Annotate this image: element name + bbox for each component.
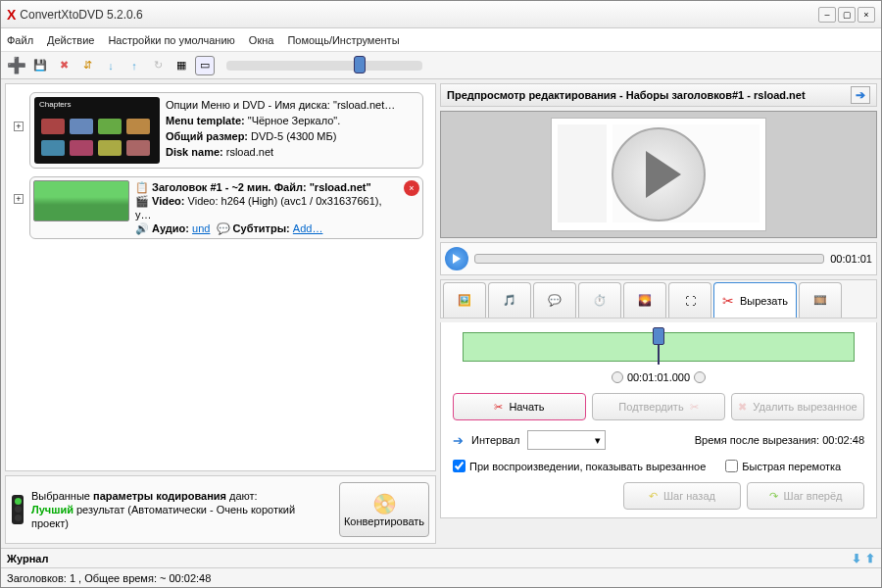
convert-button[interactable]: 📀 Конвертировать [339, 482, 429, 537]
status-text: Заголовков: 1 , Общее время: ~ 00:02:48 [7, 572, 211, 584]
interval-label: Интервал [471, 434, 519, 446]
audio-link[interactable]: und [192, 222, 210, 234]
handle-right[interactable] [694, 371, 706, 383]
cut-timeline[interactable] [463, 332, 855, 362]
title-bar: X ConvertXtoDVD 5.2.0.6 – ▢ × [1, 1, 881, 28]
window-title: ConvertXtoDVD 5.2.0.6 [20, 8, 816, 22]
down-icon[interactable]: ↓ [101, 56, 121, 75]
cut-start-button[interactable]: ✂Начать [453, 393, 586, 420]
app-logo: X [7, 7, 16, 23]
next-title-icon[interactable]: ➔ [851, 86, 870, 104]
timecode: 00:01:01.000 [627, 371, 690, 383]
preview-title: Предпросмотр редактирования - Наборы заг… [447, 89, 806, 101]
preview-area[interactable] [440, 111, 877, 238]
menu-help[interactable]: Помощь/Инструменты [287, 34, 399, 46]
title-item-1[interactable]: 📋 Заголовок #1 - ~2 мин. Файл: "rsload.n… [29, 176, 423, 239]
tab-audio[interactable]: 🎵 [488, 282, 531, 318]
editor-tabs: 🖼️ 🎵 💬 ⏱️ 🌄 ⛶ ✂Вырезать 🎞️ [440, 279, 877, 318]
timecode-row: 00:01:01.000 [453, 371, 864, 383]
dvd-title-line: Опции Меню и DVD - Имя диска: "rsload.ne… [166, 97, 395, 113]
batch-icon[interactable]: ▦ [172, 56, 191, 75]
maximize-button[interactable]: ▢ [838, 7, 856, 23]
cut-panel: 00:01:01.000 ✂Начать Подтвердить✂ ✖Удали… [440, 322, 877, 518]
journal-down-icon[interactable]: ⬇ [852, 552, 861, 565]
interval-dropdown[interactable]: ▾ [527, 430, 606, 450]
merge-icon[interactable]: ⇵ [77, 56, 97, 75]
handle-left[interactable] [612, 371, 623, 383]
tab-crop[interactable]: ⛶ [668, 282, 711, 318]
playback-time: 00:01:01 [830, 253, 872, 265]
title-thumb [33, 180, 129, 221]
journal-bar: Журнал ⬇ ⬆ [1, 548, 881, 567]
time-after-cut: Время после вырезания: 00:02:48 [695, 434, 864, 446]
remove-title-icon[interactable]: × [404, 180, 419, 196]
journal-up-icon[interactable]: ⬆ [865, 552, 875, 565]
tab-chapters[interactable]: ⏱️ [578, 282, 621, 318]
dvd-options-item[interactable]: Chapters Опции Меню и DVD - Имя диска: " [29, 92, 423, 169]
step-back-button[interactable]: ↶Шаг назад [623, 482, 741, 510]
cut-delete-button[interactable]: ✖Удалить вырезанное [731, 393, 864, 420]
expand-title[interactable]: + [14, 194, 24, 204]
menu-windows[interactable]: Окна [249, 34, 274, 46]
subs-link[interactable]: Add… [293, 222, 323, 234]
minimize-button[interactable]: – [818, 7, 836, 23]
expand-dvd[interactable]: + [14, 122, 24, 131]
toolbar: ➕ 💾 ✖ ⇵ ↓ ↑ ↻ ▦ ▭ [1, 52, 881, 79]
tab-image[interactable]: 🖼️ [443, 282, 486, 318]
timeline-marker[interactable] [653, 327, 664, 345]
play-overlay-icon[interactable] [612, 127, 706, 221]
menu-bar: Файл Действие Настройки по умолчанию Окн… [1, 28, 881, 52]
add-icon[interactable]: ➕ [7, 56, 26, 75]
slider-thumb[interactable] [354, 56, 366, 74]
arrow-right-icon: ➔ [453, 433, 464, 448]
menu-file[interactable]: Файл [7, 34, 33, 46]
status-bar: Заголовков: 1 , Общее время: ~ 00:02:48 [1, 567, 881, 587]
menu-defaults[interactable]: Настройки по умолчанию [108, 34, 234, 46]
menu-action[interactable]: Действие [47, 34, 94, 46]
cut-confirm-button[interactable]: Подтвердить✂ [592, 393, 725, 420]
dvd-info: Опции Меню и DVD - Имя диска: "rsload.ne… [166, 97, 395, 164]
save-icon[interactable]: 💾 [30, 56, 50, 75]
tab-output[interactable]: 🎞️ [799, 282, 842, 318]
redo-icon[interactable]: ↻ [148, 56, 168, 75]
play-button[interactable] [445, 247, 468, 270]
progress-bar[interactable] [474, 254, 824, 264]
preview-header: Предпросмотр редактирования - Наборы заг… [440, 83, 877, 107]
tab-cut[interactable]: ✂Вырезать [713, 282, 797, 318]
title-header: Заголовок #1 - ~2 мин. Файл: "rsload.net… [152, 181, 371, 193]
quality-traffic-icon [12, 495, 24, 524]
tab-effects[interactable]: 🌄 [623, 282, 666, 318]
quality-label: Лучший [31, 504, 74, 515]
show-cut-checkbox[interactable]: При воспроизведении, показывать вырезанн… [453, 460, 706, 472]
project-tree: + Chapters [5, 83, 436, 471]
preview-icon[interactable]: ▭ [195, 56, 215, 75]
close-button[interactable]: × [858, 7, 875, 23]
menu-thumb: Chapters [34, 97, 160, 164]
zoom-slider[interactable] [226, 61, 422, 71]
tab-subs[interactable]: 💬 [533, 282, 576, 318]
step-forward-button[interactable]: ↷Шаг вперёд [747, 482, 864, 510]
fast-forward-checkbox[interactable]: Быстрая перемотка [725, 460, 841, 472]
playback-controls: 00:01:01 [440, 242, 877, 275]
journal-label: Журнал [7, 553, 48, 564]
encode-info-box: Выбранные параметры кодирования дают: Лу… [5, 475, 436, 544]
up-icon[interactable]: ↑ [124, 56, 144, 75]
remove-icon[interactable]: ✖ [54, 56, 74, 75]
